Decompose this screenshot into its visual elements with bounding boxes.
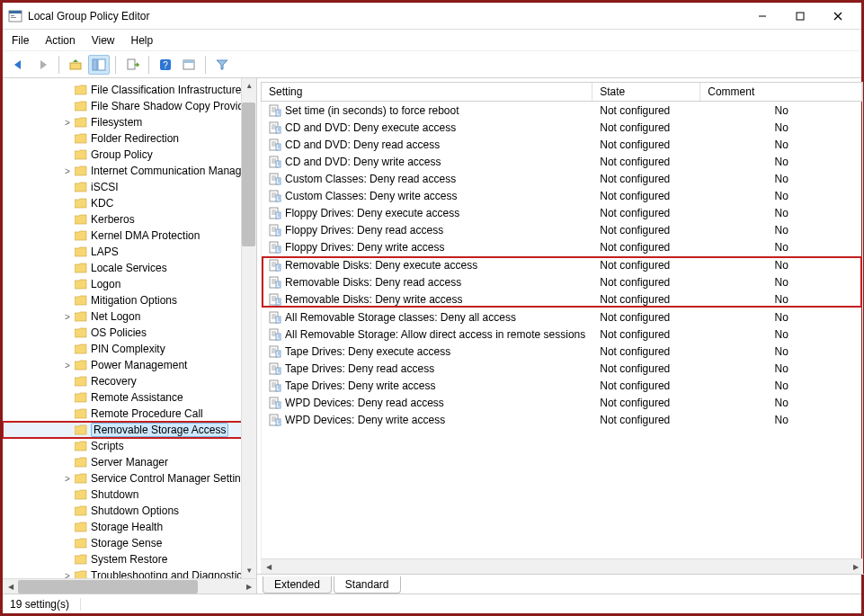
tab-extended[interactable]: Extended <box>263 576 332 594</box>
tree-item[interactable]: Logon <box>3 276 256 292</box>
tree-item[interactable]: Shutdown Options <box>3 503 256 519</box>
scroll-left-arrow[interactable]: ◀ <box>261 559 276 574</box>
scroll-up-arrow[interactable]: ▲ <box>242 78 256 94</box>
setting-row[interactable]: Set time (in seconds) to force rebootNot… <box>262 102 862 119</box>
chevron-right-icon[interactable]: > <box>62 166 73 176</box>
tree-vertical-scrollbar[interactable]: ▲ ▼ <box>241 78 256 578</box>
setting-row[interactable]: CD and DVD: Deny write accessNot configu… <box>262 153 862 170</box>
chevron-right-icon[interactable]: > <box>62 118 73 128</box>
setting-row[interactable]: All Removable Storage classes: Deny all … <box>262 308 862 326</box>
setting-row[interactable]: Removable Disks: Deny execute accessNot … <box>262 256 862 273</box>
setting-row[interactable]: Tape Drives: Deny read accessNot configu… <box>262 360 862 377</box>
tree-item[interactable]: PIN Complexity <box>3 341 256 357</box>
setting-name: WPD Devices: Deny write access <box>285 414 445 426</box>
setting-row[interactable]: WPD Devices: Deny write accessNot config… <box>262 411 862 428</box>
menu-help[interactable]: Help <box>131 34 154 47</box>
tree-item[interactable]: >Internet Communication Managem <box>3 163 256 179</box>
detail-pane: Setting State Comment Set time (in secon… <box>257 78 864 594</box>
tree-item[interactable]: Locale Services <box>3 260 256 276</box>
column-state[interactable]: State <box>592 83 700 101</box>
tree-item[interactable]: System Restore <box>3 551 256 567</box>
setting-row[interactable]: CD and DVD: Deny execute accessNot confi… <box>262 119 862 136</box>
tree-item[interactable]: Folder Redirection <box>3 130 256 147</box>
tree-item[interactable]: >Service Control Manager Settings <box>3 470 256 487</box>
setting-row[interactable]: Custom Classes: Deny read accessNot conf… <box>262 170 862 187</box>
tree-item[interactable]: Removable Storage Access <box>3 422 256 438</box>
tree-item[interactable]: Server Manager <box>3 454 256 470</box>
scroll-right-arrow[interactable]: ▶ <box>848 559 863 574</box>
tree-item[interactable]: >Troubleshooting and Diagnostics <box>3 567 256 578</box>
tree-item[interactable]: File Share Shadow Copy Provider <box>3 98 256 114</box>
properties-button[interactable] <box>178 55 200 75</box>
scroll-left-arrow[interactable]: ◀ <box>3 579 18 594</box>
tree-item[interactable]: OS Policies <box>3 325 256 341</box>
grid-body[interactable]: Set time (in seconds) to force rebootNot… <box>261 102 863 558</box>
tree-item[interactable]: Kernel DMA Protection <box>3 228 256 244</box>
tree-item[interactable]: Storage Sense <box>3 535 256 551</box>
tree-list[interactable]: File Classification InfrastructureFile S… <box>3 78 256 578</box>
tree-item[interactable]: >Power Management <box>3 357 256 373</box>
tree-item[interactable]: KDC <box>3 195 256 211</box>
scroll-thumb[interactable] <box>18 580 198 594</box>
setting-state: Not configured <box>592 207 700 219</box>
column-comment[interactable]: Comment <box>700 83 862 101</box>
setting-state: Not configured <box>592 328 700 341</box>
filter-button[interactable] <box>211 55 233 75</box>
tree-item[interactable]: Remote Procedure Call <box>3 406 256 422</box>
tree-item[interactable]: Kerberos <box>3 211 256 228</box>
setting-name: All Removable Storage: Allow direct acce… <box>285 328 585 341</box>
setting-row[interactable]: Removable Disks: Deny read accessNot con… <box>262 273 862 290</box>
tree-item[interactable]: >Net Logon <box>3 308 256 325</box>
tab-standard[interactable]: Standard <box>334 576 401 594</box>
folder-icon <box>75 327 87 338</box>
export-button[interactable] <box>121 55 143 75</box>
tree-item[interactable]: >Filesystem <box>3 114 256 130</box>
setting-row[interactable]: Floppy Drives: Deny read accessNot confi… <box>262 221 862 238</box>
setting-row[interactable]: CD and DVD: Deny read accessNot configur… <box>262 136 862 153</box>
minimize-button[interactable] <box>752 5 773 27</box>
tree-item[interactable]: iSCSI <box>3 179 256 195</box>
chevron-right-icon[interactable]: > <box>62 361 73 370</box>
scroll-thumb[interactable] <box>242 103 255 246</box>
show-tree-button[interactable] <box>88 55 110 75</box>
setting-row[interactable]: Tape Drives: Deny write accessNot config… <box>262 377 862 394</box>
setting-name: Custom Classes: Deny read access <box>285 173 456 185</box>
tree-item[interactable]: Group Policy <box>3 147 256 163</box>
scroll-down-arrow[interactable]: ▼ <box>242 563 256 578</box>
forward-button[interactable] <box>31 55 53 75</box>
tree-item[interactable]: Storage Health <box>3 519 256 535</box>
chevron-right-icon[interactable]: > <box>62 474 73 484</box>
tree-item[interactable]: Shutdown <box>3 487 256 503</box>
scroll-right-arrow[interactable]: ▶ <box>241 579 256 594</box>
tree-item[interactable]: File Classification Infrastructure <box>3 82 256 98</box>
tree-item[interactable]: LAPS <box>3 244 256 260</box>
setting-state: Not configured <box>592 156 700 168</box>
help-button[interactable]: ? <box>155 55 176 75</box>
chevron-right-icon[interactable]: > <box>62 312 73 322</box>
menu-view[interactable]: View <box>92 34 115 47</box>
menu-action[interactable]: Action <box>45 34 75 47</box>
maximize-button[interactable] <box>789 5 811 27</box>
tree-scroll: File Classification InfrastructureFile S… <box>3 78 256 578</box>
tree-item[interactable]: Recovery <box>3 373 256 389</box>
back-button[interactable] <box>8 55 30 75</box>
tree-item-label: Kerberos <box>91 213 135 226</box>
setting-row[interactable]: All Removable Storage: Allow direct acce… <box>262 326 862 343</box>
app-window: Local Group Policy Editor File Action Vi… <box>0 0 864 616</box>
menu-file[interactable]: File <box>12 34 29 47</box>
setting-row[interactable]: WPD Devices: Deny read accessNot configu… <box>262 394 862 411</box>
setting-row[interactable]: Custom Classes: Deny write accessNot con… <box>262 187 862 204</box>
tree-item[interactable]: Mitigation Options <box>3 292 256 308</box>
chevron-right-icon[interactable]: > <box>62 571 73 579</box>
setting-row[interactable]: Tape Drives: Deny execute accessNot conf… <box>262 343 862 360</box>
grid-horizontal-scrollbar[interactable]: ◀ ▶ <box>261 558 863 574</box>
tree-horizontal-scrollbar[interactable]: ◀ ▶ <box>3 578 256 594</box>
up-button[interactable] <box>65 55 86 75</box>
setting-row[interactable]: Floppy Drives: Deny execute accessNot co… <box>262 204 862 221</box>
close-button[interactable] <box>827 5 849 27</box>
column-setting[interactable]: Setting <box>262 83 592 101</box>
tree-item[interactable]: Remote Assistance <box>3 389 256 406</box>
setting-row[interactable]: Removable Disks: Deny write accessNot co… <box>262 290 862 308</box>
tree-item[interactable]: Scripts <box>3 438 256 454</box>
setting-row[interactable]: Floppy Drives: Deny write accessNot conf… <box>262 238 862 255</box>
